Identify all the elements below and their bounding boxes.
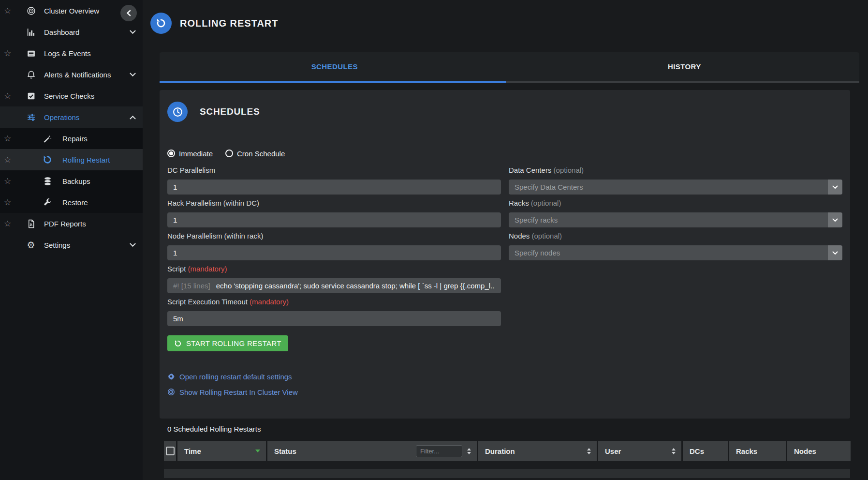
rolling-restart-form: DC Parallelism Rack Parallelism (within … (167, 165, 842, 403)
select-all-cell (164, 441, 176, 461)
table-empty-body (164, 461, 850, 469)
rotate-ccw-icon (174, 340, 182, 347)
dc-parallelism-input[interactable] (167, 180, 501, 195)
sidebar-item-service-checks[interactable]: ☆ Service Checks (0, 85, 143, 106)
rack-parallelism-field: Rack Parallelism (within DC) (167, 198, 501, 227)
select-placeholder: Specify nodes (515, 249, 560, 257)
timeout-label: Script Execution Timeout (167, 298, 248, 306)
favorite-star-icon[interactable]: ☆ (4, 219, 17, 229)
panel-title: SCHEDULES (200, 106, 260, 117)
script-input[interactable]: #! [15 lines] echo 'stopping cassandra';… (167, 278, 501, 293)
sidebar-item-restore[interactable]: ☆ Restore (0, 192, 143, 213)
nodes-select[interactable]: Specify nodes (509, 245, 842, 260)
table-header-row: Time Status Duration User DCs Racks (164, 441, 850, 461)
favorite-star-icon[interactable]: ☆ (4, 91, 17, 101)
select-placeholder: Specify racks (515, 216, 558, 224)
sidebar-item-pdf-reports[interactable]: ☆ PDF Reports (0, 213, 143, 234)
node-parallelism-field: Node Parallelism (within rack) (167, 231, 501, 260)
show-in-cluster-view-link[interactable]: Show Rolling Restart In Cluster View (167, 387, 298, 397)
script-label: Script (167, 265, 186, 273)
sidebar-item-settings[interactable]: ⚙ Settings (0, 234, 143, 255)
rack-parallelism-input[interactable] (167, 212, 501, 227)
data-centers-select[interactable]: Specify Data Centers (509, 180, 842, 195)
chevron-down-icon (130, 70, 136, 76)
sidebar-item-backups[interactable]: ☆ Backups (0, 170, 143, 192)
column-header-user[interactable]: User (598, 441, 681, 461)
wrench-icon (42, 197, 53, 208)
sidebar-item-label: Logs & Events (44, 49, 91, 58)
chevron-down-icon (130, 240, 136, 247)
check-square-icon (26, 90, 36, 101)
sidebar-item-label: PDF Reports (44, 220, 86, 228)
favorite-star-icon[interactable]: ☆ (4, 176, 17, 186)
column-header-duration[interactable]: Duration (478, 441, 597, 461)
favorite-star-icon[interactable]: ☆ (4, 134, 17, 144)
favorite-star-icon[interactable]: ☆ (4, 197, 17, 208)
column-header-status[interactable]: Status (267, 441, 477, 461)
racks-select[interactable]: Specify racks (509, 212, 842, 227)
sidebar-item-label: Rolling Restart (62, 156, 110, 164)
tab-schedules[interactable]: SCHEDULES (160, 52, 510, 81)
tab-card: SCHEDULES HISTORY (160, 52, 859, 83)
sidebar-item-dashboard[interactable]: Dashboard (0, 21, 143, 43)
sort-desc-icon (255, 450, 260, 452)
racks-field: Racks (optional) Specify racks (509, 198, 842, 227)
scheduled-restarts-section: 0 Scheduled Rolling Restarts Time Status… (164, 425, 850, 478)
column-header-time[interactable]: Time (177, 441, 266, 461)
sidebar-item-label: Cluster Overview (44, 7, 99, 15)
mandatory-tag: (mandatory) (188, 265, 227, 273)
column-header-racks: Racks (729, 441, 786, 461)
favorite-star-icon[interactable]: ☆ (4, 48, 17, 59)
radio-immediate[interactable]: Immediate (167, 150, 213, 158)
optional-tag: (optional) (531, 199, 561, 207)
rolling-restart-icon (150, 13, 172, 34)
form-right-column: Data Centers (optional) Specify Data Cen… (509, 165, 842, 403)
table-footer-strip (164, 469, 850, 478)
page-title: ROLLING RESTART (180, 18, 279, 29)
sidebar-item-repairs[interactable]: ☆ Repairs (0, 128, 143, 149)
sidebar-item-rolling-restart[interactable]: ☆ Rolling Restart (0, 149, 143, 170)
status-filter-input[interactable] (416, 445, 462, 457)
mandatory-tag: (mandatory) (250, 298, 289, 306)
tab-history[interactable]: HISTORY (510, 52, 860, 81)
favorite-star-icon[interactable]: ☆ (4, 6, 17, 16)
sidebar-item-logs-events[interactable]: ☆ Logs & Events (0, 43, 143, 64)
timeout-input[interactable] (167, 311, 501, 326)
chevron-down-icon (828, 212, 842, 227)
chevron-left-icon (126, 10, 132, 16)
sidebar-item-label: Settings (44, 241, 70, 249)
main-content: ROLLING RESTART SCHEDULES HISTORY SCHEDU… (143, 0, 868, 480)
sidebar-item-operations[interactable]: Operations (0, 106, 143, 128)
column-header-dcs: DCs (683, 441, 728, 461)
nodes-field: Nodes (optional) Specify nodes (509, 231, 842, 260)
script-field: Script (mandatory) #! [15 lines] echo 's… (167, 264, 501, 293)
gear-icon (167, 373, 175, 380)
favorite-star-icon[interactable]: ☆ (4, 155, 17, 165)
rack-parallelism-label: Rack Parallelism (within DC) (167, 198, 501, 208)
panel-heading: SCHEDULES (167, 102, 842, 122)
optional-tag: (optional) (554, 166, 584, 174)
sidebar-item-alerts-notifications[interactable]: Alerts & Notifications (0, 64, 143, 85)
node-parallelism-input[interactable] (167, 245, 501, 260)
sidebar-item-label: Service Checks (44, 92, 94, 100)
tab-indicator-track (160, 81, 859, 83)
column-header-nodes: Nodes (787, 441, 851, 461)
timeout-field: Script Execution Timeout (mandatory) (167, 297, 501, 326)
script-lines-badge: #! [15 lines] (173, 282, 210, 290)
select-all-checkbox[interactable] (166, 447, 175, 455)
bullseye-icon (167, 388, 175, 396)
script-value: echo 'stopping cassandra'; sudo service … (216, 282, 495, 290)
dc-parallelism-label: DC Parallelism (167, 165, 501, 175)
sidebar-item-label: Restore (62, 198, 88, 207)
racks-label: Racks (509, 199, 529, 207)
sliders-icon (26, 112, 36, 122)
dc-parallelism-field: DC Parallelism (167, 165, 501, 195)
open-default-settings-link[interactable]: Open rolling restart default settings (167, 372, 292, 381)
page-header: ROLLING RESTART (150, 13, 279, 34)
data-centers-label: Data Centers (509, 166, 551, 174)
start-rolling-restart-button[interactable]: START ROLLING RESTART (167, 335, 288, 351)
form-left-column: DC Parallelism Rack Parallelism (within … (167, 165, 501, 403)
radio-cron-schedule[interactable]: Cron Schedule (225, 150, 285, 158)
sidebar-collapse-button[interactable] (120, 5, 137, 21)
gear-icon: ⚙ (26, 240, 36, 250)
